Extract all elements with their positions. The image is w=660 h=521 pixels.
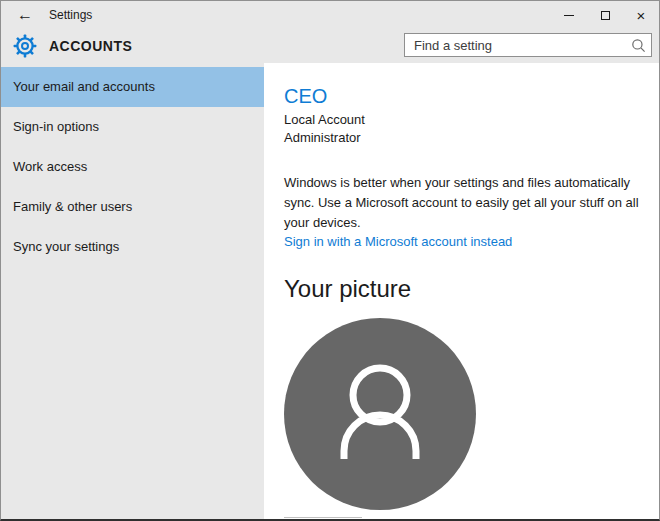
account-name: CEO bbox=[284, 85, 327, 108]
picture-button-cropped[interactable] bbox=[284, 517, 362, 521]
page-title: ACCOUNTS bbox=[49, 29, 132, 63]
title-bar: ← Settings × bbox=[1, 1, 659, 29]
nav-item-your-email-and-accounts[interactable]: Your email and accounts bbox=[1, 67, 264, 107]
search-icon[interactable] bbox=[631, 38, 646, 53]
main-content: CEO Local Account Administrator Windows … bbox=[264, 63, 659, 520]
close-icon: × bbox=[637, 7, 646, 24]
minimize-button[interactable] bbox=[551, 1, 587, 29]
account-type: Local Account bbox=[284, 112, 365, 127]
your-picture-heading: Your picture bbox=[284, 275, 411, 303]
account-role: Administrator bbox=[284, 130, 361, 145]
settings-window: ← Settings × bbox=[0, 0, 660, 521]
window-controls: × bbox=[551, 1, 659, 29]
sync-description: Windows is better when your settings and… bbox=[284, 173, 656, 233]
person-icon bbox=[284, 318, 476, 510]
close-button[interactable]: × bbox=[623, 1, 659, 29]
maximize-icon bbox=[601, 11, 610, 20]
nav-item-sync-your-settings[interactable]: Sync your settings bbox=[1, 227, 264, 267]
window-title: Settings bbox=[49, 1, 92, 29]
page-header: ACCOUNTS bbox=[1, 29, 659, 63]
search-box bbox=[404, 33, 652, 57]
sign-in-microsoft-link[interactable]: Sign in with a Microsoft account instead bbox=[284, 234, 512, 249]
settings-nav: Your email and accounts Sign-in options … bbox=[1, 63, 264, 520]
nav-item-sign-in-options[interactable]: Sign-in options bbox=[1, 107, 264, 147]
search-input[interactable] bbox=[405, 34, 627, 56]
minimize-icon bbox=[564, 15, 574, 16]
nav-item-family-other-users[interactable]: Family & other users bbox=[1, 187, 264, 227]
maximize-button[interactable] bbox=[587, 1, 623, 29]
user-avatar bbox=[284, 318, 476, 510]
back-button[interactable]: ← bbox=[9, 1, 41, 29]
nav-item-work-access[interactable]: Work access bbox=[1, 147, 264, 187]
settings-gear-icon bbox=[13, 34, 37, 58]
back-arrow-icon: ← bbox=[17, 6, 33, 23]
